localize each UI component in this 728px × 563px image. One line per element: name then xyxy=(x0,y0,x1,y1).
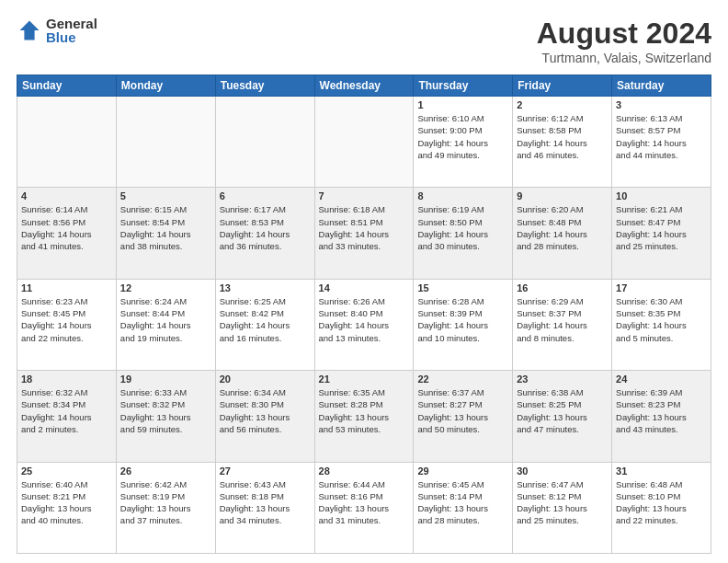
table-row: 30Sunrise: 6:47 AM Sunset: 8:12 PM Dayli… xyxy=(513,462,612,553)
logo-icon xyxy=(17,17,42,43)
day-info: Sunrise: 6:26 AM Sunset: 8:40 PM Dayligh… xyxy=(319,295,410,344)
day-info: Sunrise: 6:47 AM Sunset: 8:12 PM Dayligh… xyxy=(517,478,608,527)
day-info: Sunrise: 6:32 AM Sunset: 8:34 PM Dayligh… xyxy=(21,386,112,435)
day-info: Sunrise: 6:20 AM Sunset: 8:48 PM Dayligh… xyxy=(517,203,608,252)
table-row: 2Sunrise: 6:12 AM Sunset: 8:58 PM Daylig… xyxy=(513,97,612,188)
table-row: 17Sunrise: 6:30 AM Sunset: 8:35 PM Dayli… xyxy=(612,279,711,370)
day-info: Sunrise: 6:29 AM Sunset: 8:37 PM Dayligh… xyxy=(517,295,608,344)
table-row: 23Sunrise: 6:38 AM Sunset: 8:25 PM Dayli… xyxy=(513,371,612,462)
title-section: August 2024 Turtmann, Valais, Switzerlan… xyxy=(537,17,711,65)
month-year-title: August 2024 xyxy=(537,17,711,51)
table-row: 22Sunrise: 6:37 AM Sunset: 8:27 PM Dayli… xyxy=(414,371,513,462)
week-row-4: 18Sunrise: 6:32 AM Sunset: 8:34 PM Dayli… xyxy=(17,371,711,462)
day-number: 31 xyxy=(616,465,707,477)
day-info: Sunrise: 6:34 AM Sunset: 8:30 PM Dayligh… xyxy=(220,386,311,435)
day-number: 17 xyxy=(616,282,707,293)
day-number: 23 xyxy=(517,373,608,385)
table-row: 25Sunrise: 6:40 AM Sunset: 8:21 PM Dayli… xyxy=(17,462,117,553)
table-row: 11Sunrise: 6:23 AM Sunset: 8:45 PM Dayli… xyxy=(17,279,117,370)
day-number: 9 xyxy=(517,190,608,201)
day-number: 19 xyxy=(120,373,211,385)
col-monday: Monday xyxy=(116,75,215,97)
logo-text: General Blue xyxy=(46,17,97,44)
day-info: Sunrise: 6:37 AM Sunset: 8:27 PM Dayligh… xyxy=(417,386,508,435)
day-number: 8 xyxy=(417,190,508,201)
day-info: Sunrise: 6:30 AM Sunset: 8:35 PM Dayligh… xyxy=(616,295,707,344)
week-row-5: 25Sunrise: 6:40 AM Sunset: 8:21 PM Dayli… xyxy=(17,462,711,553)
day-info: Sunrise: 6:33 AM Sunset: 8:32 PM Dayligh… xyxy=(120,386,211,435)
col-sunday: Sunday xyxy=(17,75,117,97)
table-row: 5Sunrise: 6:15 AM Sunset: 8:54 PM Daylig… xyxy=(116,188,215,279)
day-number: 4 xyxy=(21,190,112,201)
col-saturday: Saturday xyxy=(612,75,711,97)
table-row: 1Sunrise: 6:10 AM Sunset: 9:00 PM Daylig… xyxy=(414,97,513,188)
day-number: 7 xyxy=(319,190,410,201)
col-wednesday: Wednesday xyxy=(314,75,414,97)
header: General Blue August 2024 Turtmann, Valai… xyxy=(17,17,711,65)
table-row xyxy=(116,97,215,188)
location-subtitle: Turtmann, Valais, Switzerland xyxy=(537,51,711,65)
day-number: 22 xyxy=(417,373,508,385)
day-info: Sunrise: 6:40 AM Sunset: 8:21 PM Dayligh… xyxy=(21,478,112,527)
day-number: 28 xyxy=(319,465,410,477)
day-number: 16 xyxy=(517,282,608,293)
day-number: 25 xyxy=(21,465,112,477)
day-number: 3 xyxy=(616,99,707,110)
logo-general: General xyxy=(46,17,97,30)
page: General Blue August 2024 Turtmann, Valai… xyxy=(0,0,728,563)
day-info: Sunrise: 6:10 AM Sunset: 9:00 PM Dayligh… xyxy=(417,112,508,161)
col-tuesday: Tuesday xyxy=(215,75,314,97)
svg-marker-0 xyxy=(20,21,40,40)
table-row: 3Sunrise: 6:13 AM Sunset: 8:57 PM Daylig… xyxy=(612,97,711,188)
day-number: 15 xyxy=(417,282,508,293)
table-row: 4Sunrise: 6:14 AM Sunset: 8:56 PM Daylig… xyxy=(17,188,117,279)
day-info: Sunrise: 6:28 AM Sunset: 8:39 PM Dayligh… xyxy=(417,295,508,344)
table-row: 28Sunrise: 6:44 AM Sunset: 8:16 PM Dayli… xyxy=(314,462,414,553)
table-row: 9Sunrise: 6:20 AM Sunset: 8:48 PM Daylig… xyxy=(513,188,612,279)
day-info: Sunrise: 6:43 AM Sunset: 8:18 PM Dayligh… xyxy=(220,478,311,527)
week-row-3: 11Sunrise: 6:23 AM Sunset: 8:45 PM Dayli… xyxy=(17,279,711,370)
logo: General Blue xyxy=(17,17,97,44)
day-number: 14 xyxy=(319,282,410,293)
day-info: Sunrise: 6:21 AM Sunset: 8:47 PM Dayligh… xyxy=(616,203,707,252)
table-row: 10Sunrise: 6:21 AM Sunset: 8:47 PM Dayli… xyxy=(612,188,711,279)
day-number: 1 xyxy=(417,99,508,110)
day-number: 30 xyxy=(517,465,608,477)
week-row-2: 4Sunrise: 6:14 AM Sunset: 8:56 PM Daylig… xyxy=(17,188,711,279)
day-info: Sunrise: 6:48 AM Sunset: 8:10 PM Dayligh… xyxy=(616,478,707,527)
col-friday: Friday xyxy=(513,75,612,97)
day-number: 12 xyxy=(120,282,211,293)
day-number: 6 xyxy=(220,190,311,201)
day-number: 18 xyxy=(21,373,112,385)
table-row: 13Sunrise: 6:25 AM Sunset: 8:42 PM Dayli… xyxy=(215,279,314,370)
day-info: Sunrise: 6:24 AM Sunset: 8:44 PM Dayligh… xyxy=(120,295,211,344)
table-row: 31Sunrise: 6:48 AM Sunset: 8:10 PM Dayli… xyxy=(612,462,711,553)
table-row: 27Sunrise: 6:43 AM Sunset: 8:18 PM Dayli… xyxy=(215,462,314,553)
day-info: Sunrise: 6:42 AM Sunset: 8:19 PM Dayligh… xyxy=(120,478,211,527)
day-info: Sunrise: 6:35 AM Sunset: 8:28 PM Dayligh… xyxy=(319,386,410,435)
day-info: Sunrise: 6:14 AM Sunset: 8:56 PM Dayligh… xyxy=(21,203,112,252)
table-row: 14Sunrise: 6:26 AM Sunset: 8:40 PM Dayli… xyxy=(314,279,414,370)
day-info: Sunrise: 6:39 AM Sunset: 8:23 PM Dayligh… xyxy=(616,386,707,435)
day-info: Sunrise: 6:25 AM Sunset: 8:42 PM Dayligh… xyxy=(220,295,311,344)
table-row: 15Sunrise: 6:28 AM Sunset: 8:39 PM Dayli… xyxy=(414,279,513,370)
day-number: 29 xyxy=(417,465,508,477)
day-number: 10 xyxy=(616,190,707,201)
table-row: 26Sunrise: 6:42 AM Sunset: 8:19 PM Dayli… xyxy=(116,462,215,553)
table-row: 6Sunrise: 6:17 AM Sunset: 8:53 PM Daylig… xyxy=(215,188,314,279)
day-info: Sunrise: 6:15 AM Sunset: 8:54 PM Dayligh… xyxy=(120,203,211,252)
day-number: 20 xyxy=(220,373,311,385)
table-row: 7Sunrise: 6:18 AM Sunset: 8:51 PM Daylig… xyxy=(314,188,414,279)
table-row xyxy=(215,97,314,188)
day-info: Sunrise: 6:12 AM Sunset: 8:58 PM Dayligh… xyxy=(517,112,608,161)
day-info: Sunrise: 6:17 AM Sunset: 8:53 PM Dayligh… xyxy=(220,203,311,252)
calendar-table: Sunday Monday Tuesday Wednesday Thursday… xyxy=(17,75,711,554)
logo-blue: Blue xyxy=(46,30,97,44)
table-row: 12Sunrise: 6:24 AM Sunset: 8:44 PM Dayli… xyxy=(116,279,215,370)
day-number: 5 xyxy=(120,190,211,201)
table-row: 20Sunrise: 6:34 AM Sunset: 8:30 PM Dayli… xyxy=(215,371,314,462)
table-row: 18Sunrise: 6:32 AM Sunset: 8:34 PM Dayli… xyxy=(17,371,117,462)
day-info: Sunrise: 6:23 AM Sunset: 8:45 PM Dayligh… xyxy=(21,295,112,344)
table-row xyxy=(314,97,414,188)
day-number: 27 xyxy=(220,465,311,477)
